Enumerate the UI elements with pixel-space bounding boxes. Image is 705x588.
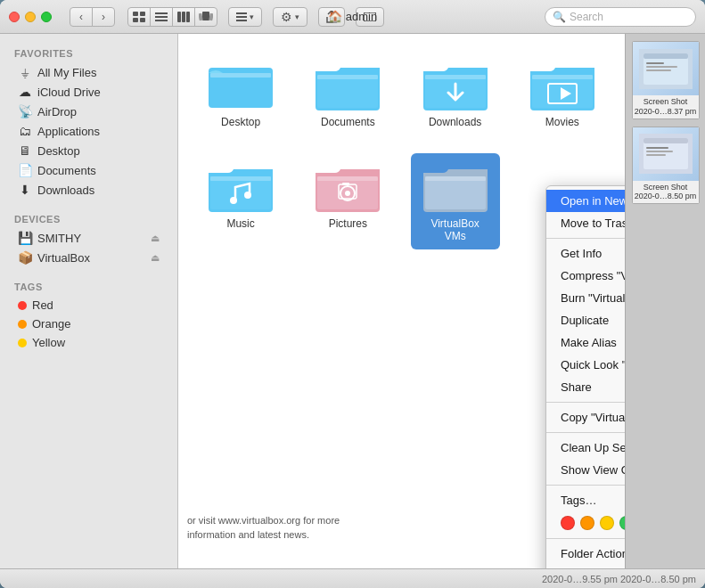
traffic-lights: [9, 12, 52, 22]
sidebar-label-applications: Applications: [37, 125, 160, 138]
arrange-button[interactable]: ▾: [228, 7, 262, 27]
sidebar-item-desktop[interactable]: 🖥 Desktop: [4, 141, 174, 160]
airdrop-icon: 📡: [18, 104, 32, 118]
svg-rect-40: [425, 176, 486, 181]
sidebar-item-downloads[interactable]: ⬇ Downloads: [4, 180, 174, 200]
file-item-music[interactable]: Music: [196, 153, 285, 249]
sidebar-item-airdrop[interactable]: 📡 AirDrop: [4, 102, 174, 121]
svg-rect-49: [644, 138, 688, 143]
tag-color-orange[interactable]: [580, 516, 594, 530]
menu-item-quick-look[interactable]: Quick Look "VirtualBox VMs": [546, 354, 625, 376]
file-item-pictures[interactable]: Pictures: [303, 153, 392, 249]
menu-item-show-view-options[interactable]: Show View Options: [546, 459, 625, 481]
back-button[interactable]: ‹: [70, 7, 93, 27]
sidebar-item-smithy[interactable]: 💾 SMITHY ⏏: [4, 228, 174, 248]
menu-item-compress[interactable]: Compress "VirtualBox VMs": [546, 265, 625, 287]
thumbnail-screenshot1[interactable]: Screen Shot 2020-0…8.37 pm: [632, 41, 700, 119]
sidebar-item-applications[interactable]: 🗂 Applications: [4, 121, 174, 141]
sidebar-item-icloud-drive[interactable]: ☁ iCloud Drive: [4, 82, 174, 102]
virtualbox-eject-button[interactable]: ⏏: [151, 252, 160, 264]
close-button[interactable]: [9, 12, 20, 22]
menu-item-tags[interactable]: Tags…: [546, 489, 625, 511]
view-coverflow-button[interactable]: [194, 7, 217, 27]
menu-item-duplicate[interactable]: Duplicate: [546, 309, 625, 331]
virtualbox-icon: 📦: [18, 250, 32, 265]
sidebar-item-orange[interactable]: Orange: [4, 314, 174, 333]
virtualbox-vms-folder-icon: [423, 160, 488, 212]
thumbnail-screenshot2[interactable]: Screen Shot 2020-0…8.50 pm: [632, 127, 700, 205]
tag-color-red[interactable]: [561, 516, 575, 530]
sidebar-item-virtualbox[interactable]: 📦 VirtualBox ⏏: [4, 248, 174, 267]
file-item-downloads[interactable]: Downloads: [411, 52, 500, 135]
svg-rect-1: [140, 12, 145, 16]
menu-item-copy[interactable]: Copy "VirtualBox VMs": [546, 406, 625, 429]
svg-rect-25: [425, 75, 486, 79]
menu-item-burn[interactable]: Burn "VirtualBox VMs" to Disc…: [546, 287, 625, 309]
applications-icon: 🗂: [18, 124, 32, 138]
sidebar-label-downloads: Downloads: [37, 184, 160, 197]
svg-rect-43: [644, 53, 688, 59]
smithy-eject-button[interactable]: ⏏: [151, 233, 160, 244]
svg-rect-6: [155, 20, 168, 21]
desktop-folder-icon: [209, 59, 273, 110]
devices-header: Devices: [0, 207, 177, 228]
search-icon: 🔍: [553, 11, 566, 23]
documents-icon: 📄: [18, 163, 32, 177]
sidebar-label-airdrop: AirDrop: [37, 105, 160, 118]
tag-color-green[interactable]: [619, 516, 625, 530]
sidebar-item-yellow[interactable]: Yellow: [4, 333, 174, 352]
movies-folder-icon: [530, 59, 594, 110]
file-item-virtualbox-vms[interactable]: VirtualBox VMs: [411, 153, 500, 249]
svg-rect-50: [646, 147, 668, 149]
svg-rect-21: [210, 73, 271, 78]
context-menu: Open in New Tab Move to Trash Get Info C…: [545, 185, 625, 568]
view-column-button[interactable]: [172, 7, 195, 27]
svg-rect-30: [210, 176, 271, 181]
menu-item-share[interactable]: Share ▶: [546, 376, 625, 398]
svg-rect-11: [199, 12, 203, 20]
search-box[interactable]: 🔍 Search: [545, 7, 696, 27]
action-button[interactable]: ⚙ ▾: [273, 7, 307, 27]
minimize-button[interactable]: [25, 12, 36, 22]
svg-point-32: [244, 192, 251, 199]
orange-tag-dot: [18, 320, 27, 329]
sidebar-item-all-my-files[interactable]: ⏚ All My Files: [4, 62, 174, 82]
forward-button[interactable]: ›: [92, 7, 115, 27]
menu-separator-4: [546, 485, 625, 486]
documents-folder-icon: [316, 59, 380, 110]
thumbnail-screenshot1-label: Screen Shot 2020-0…8.37 pm: [633, 95, 699, 118]
svg-rect-29: [210, 176, 271, 209]
svg-rect-51: [646, 151, 673, 152]
file-area: Desktop Documents: [178, 34, 625, 568]
menu-item-clean-up[interactable]: Clean Up Selection: [546, 437, 625, 459]
sidebar-label-orange: Orange: [32, 317, 160, 331]
maximize-button[interactable]: [41, 12, 52, 22]
tag-color-yellow[interactable]: [600, 516, 614, 530]
svg-point-31: [230, 197, 237, 204]
menu-separator-3: [546, 432, 625, 433]
svg-rect-39: [425, 176, 486, 209]
menu-item-open-new-tab[interactable]: Open in New Tab: [546, 190, 625, 212]
menu-item-reveal-in-finder[interactable]: Reveal in Finder: [546, 565, 625, 568]
file-item-documents[interactable]: Documents: [303, 52, 392, 135]
view-icon-button[interactable]: [127, 7, 151, 27]
sidebar-label-all-my-files: All My Files: [37, 66, 160, 79]
svg-rect-38: [342, 183, 349, 185]
svg-rect-46: [646, 69, 671, 71]
main-content: Favorites ⏚ All My Files ☁ iCloud Drive …: [0, 34, 705, 568]
sidebar-item-red[interactable]: Red: [4, 296, 174, 314]
sidebar-item-documents[interactable]: 📄 Documents: [4, 160, 174, 180]
menu-item-get-info[interactable]: Get Info: [546, 242, 625, 265]
menu-item-make-alias[interactable]: Make Alias: [546, 331, 625, 354]
sidebar-label-red: Red: [32, 298, 160, 312]
downloads-folder-icon: [423, 59, 488, 110]
menu-item-move-to-trash[interactable]: Move to Trash: [546, 212, 625, 234]
file-label-documents: Documents: [321, 116, 375, 128]
sidebar-label-documents: Documents: [37, 164, 160, 177]
view-list-button[interactable]: [150, 7, 173, 27]
menu-item-folder-actions[interactable]: Folder Actions Setup…: [546, 543, 625, 565]
thumbnail-screenshot2-preview: [633, 127, 699, 181]
title-icon: 🏠: [328, 10, 342, 23]
file-item-desktop[interactable]: Desktop: [196, 52, 285, 135]
file-item-movies[interactable]: Movies: [518, 52, 607, 135]
